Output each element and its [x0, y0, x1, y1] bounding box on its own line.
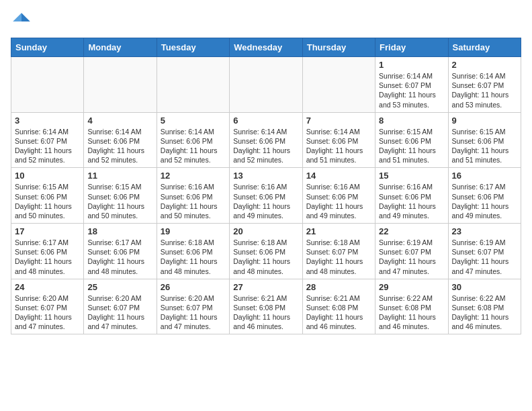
day-info: Sunrise: 6:19 AM Sunset: 6:07 PM Dayligh… [452, 238, 517, 276]
weekday-header-monday: Monday [84, 38, 157, 57]
day-info: Sunrise: 6:18 AM Sunset: 6:06 PM Dayligh… [233, 238, 298, 276]
day-info: Sunrise: 6:22 AM Sunset: 6:08 PM Dayligh… [452, 293, 517, 332]
calendar-cell: 23Sunrise: 6:19 AM Sunset: 6:07 PM Dayli… [448, 224, 521, 279]
day-number: 8 [379, 116, 444, 126]
day-number: 3 [15, 116, 80, 126]
day-info: Sunrise: 6:22 AM Sunset: 6:08 PM Dayligh… [379, 293, 444, 332]
calendar-cell: 27Sunrise: 6:21 AM Sunset: 6:08 PM Dayli… [230, 279, 302, 334]
day-number: 22 [379, 226, 444, 236]
day-info: Sunrise: 6:14 AM Sunset: 6:06 PM Dayligh… [161, 127, 226, 165]
calendar-cell: 8Sunrise: 6:15 AM Sunset: 6:06 PM Daylig… [375, 112, 448, 168]
calendar-cell: 21Sunrise: 6:18 AM Sunset: 6:07 PM Dayli… [302, 224, 375, 279]
weekday-header-wednesday: Wednesday [230, 38, 302, 57]
calendar-cell: 10Sunrise: 6:15 AM Sunset: 6:06 PM Dayli… [11, 168, 84, 224]
calendar-header-row: SundayMondayTuesdayWednesdayThursdayFrid… [11, 38, 521, 57]
day-info: Sunrise: 6:15 AM Sunset: 6:06 PM Dayligh… [452, 127, 517, 165]
day-info: Sunrise: 6:15 AM Sunset: 6:06 PM Dayligh… [87, 182, 152, 220]
day-info: Sunrise: 6:15 AM Sunset: 6:06 PM Dayligh… [15, 182, 80, 220]
day-info: Sunrise: 6:14 AM Sunset: 6:07 PM Dayligh… [15, 127, 80, 165]
calendar-cell: 18Sunrise: 6:17 AM Sunset: 6:06 PM Dayli… [84, 224, 157, 279]
day-number: 17 [15, 226, 80, 236]
calendar-cell: 28Sunrise: 6:21 AM Sunset: 6:08 PM Dayli… [302, 279, 375, 334]
calendar-cell: 14Sunrise: 6:16 AM Sunset: 6:06 PM Dayli… [302, 168, 375, 224]
day-info: Sunrise: 6:14 AM Sunset: 6:06 PM Dayligh… [87, 127, 152, 165]
day-info: Sunrise: 6:18 AM Sunset: 6:06 PM Dayligh… [161, 238, 226, 276]
calendar-table: SundayMondayTuesdayWednesdayThursdayFrid… [11, 38, 521, 334]
calendar-cell: 13Sunrise: 6:16 AM Sunset: 6:06 PM Dayli… [230, 168, 302, 224]
calendar-cell [11, 57, 84, 113]
day-number: 12 [161, 171, 226, 181]
day-number: 24 [15, 282, 80, 292]
calendar-cell: 12Sunrise: 6:16 AM Sunset: 6:06 PM Dayli… [157, 168, 229, 224]
day-number: 30 [452, 282, 517, 292]
weekday-header-sunday: Sunday [11, 38, 84, 57]
calendar-week-row: 1Sunrise: 6:14 AM Sunset: 6:07 PM Daylig… [11, 57, 521, 113]
day-info: Sunrise: 6:21 AM Sunset: 6:08 PM Dayligh… [233, 293, 298, 332]
calendar-cell: 25Sunrise: 6:20 AM Sunset: 6:07 PM Dayli… [84, 279, 157, 334]
day-info: Sunrise: 6:21 AM Sunset: 6:08 PM Dayligh… [306, 293, 371, 332]
day-number: 4 [87, 116, 152, 126]
day-info: Sunrise: 6:20 AM Sunset: 6:07 PM Dayligh… [87, 293, 152, 332]
day-number: 26 [161, 282, 226, 292]
day-number: 14 [306, 171, 371, 181]
day-number: 5 [161, 116, 226, 126]
day-info: Sunrise: 6:14 AM Sunset: 6:06 PM Dayligh… [233, 127, 298, 165]
calendar-cell: 3Sunrise: 6:14 AM Sunset: 6:07 PM Daylig… [11, 112, 84, 168]
day-number: 9 [452, 116, 517, 126]
day-number: 28 [306, 282, 371, 292]
logo [11, 11, 35, 32]
calendar-cell: 4Sunrise: 6:14 AM Sunset: 6:06 PM Daylig… [84, 112, 157, 168]
calendar-cell: 1Sunrise: 6:14 AM Sunset: 6:07 PM Daylig… [375, 57, 448, 113]
day-info: Sunrise: 6:17 AM Sunset: 6:06 PM Dayligh… [452, 182, 517, 220]
day-info: Sunrise: 6:16 AM Sunset: 6:06 PM Dayligh… [161, 182, 226, 220]
calendar-cell [84, 57, 157, 113]
calendar-cell: 22Sunrise: 6:19 AM Sunset: 6:07 PM Dayli… [375, 224, 448, 279]
day-number: 29 [379, 282, 444, 292]
calendar-cell: 24Sunrise: 6:20 AM Sunset: 6:07 PM Dayli… [11, 279, 84, 334]
calendar-cell: 5Sunrise: 6:14 AM Sunset: 6:06 PM Daylig… [157, 112, 229, 168]
day-number: 16 [452, 171, 517, 181]
svg-marker-1 [13, 13, 21, 21]
day-number: 7 [306, 116, 371, 126]
day-number: 18 [87, 226, 152, 236]
day-number: 13 [233, 171, 298, 181]
calendar-cell: 29Sunrise: 6:22 AM Sunset: 6:08 PM Dayli… [375, 279, 448, 334]
calendar-cell: 11Sunrise: 6:15 AM Sunset: 6:06 PM Dayli… [84, 168, 157, 224]
calendar-cell: 17Sunrise: 6:17 AM Sunset: 6:06 PM Dayli… [11, 224, 84, 279]
day-number: 6 [233, 116, 298, 126]
calendar-cell: 15Sunrise: 6:16 AM Sunset: 6:06 PM Dayli… [375, 168, 448, 224]
day-info: Sunrise: 6:16 AM Sunset: 6:06 PM Dayligh… [306, 182, 371, 220]
calendar-cell: 20Sunrise: 6:18 AM Sunset: 6:06 PM Dayli… [230, 224, 302, 279]
weekday-header-thursday: Thursday [302, 38, 375, 57]
day-number: 19 [161, 226, 226, 236]
day-info: Sunrise: 6:16 AM Sunset: 6:06 PM Dayligh… [379, 182, 444, 220]
calendar-week-row: 17Sunrise: 6:17 AM Sunset: 6:06 PM Dayli… [11, 224, 521, 279]
day-info: Sunrise: 6:19 AM Sunset: 6:07 PM Dayligh… [379, 238, 444, 276]
day-info: Sunrise: 6:14 AM Sunset: 6:07 PM Dayligh… [379, 71, 444, 109]
day-info: Sunrise: 6:15 AM Sunset: 6:06 PM Dayligh… [379, 127, 444, 165]
calendar-cell: 26Sunrise: 6:20 AM Sunset: 6:07 PM Dayli… [157, 279, 229, 334]
calendar-cell: 19Sunrise: 6:18 AM Sunset: 6:06 PM Dayli… [157, 224, 229, 279]
day-info: Sunrise: 6:20 AM Sunset: 6:07 PM Dayligh… [161, 293, 226, 332]
day-number: 10 [15, 171, 80, 181]
day-number: 25 [87, 282, 152, 292]
day-info: Sunrise: 6:17 AM Sunset: 6:06 PM Dayligh… [87, 238, 152, 276]
calendar-cell [157, 57, 229, 113]
weekday-header-tuesday: Tuesday [157, 38, 229, 57]
calendar-week-row: 3Sunrise: 6:14 AM Sunset: 6:07 PM Daylig… [11, 112, 521, 168]
day-number: 2 [452, 60, 517, 70]
page-header [11, 11, 521, 32]
svg-marker-0 [21, 13, 30, 21]
calendar-cell: 7Sunrise: 6:14 AM Sunset: 6:06 PM Daylig… [302, 112, 375, 168]
calendar-cell: 9Sunrise: 6:15 AM Sunset: 6:06 PM Daylig… [448, 112, 521, 168]
calendar-cell [302, 57, 375, 113]
logo-icon [11, 11, 32, 32]
calendar-week-row: 24Sunrise: 6:20 AM Sunset: 6:07 PM Dayli… [11, 279, 521, 334]
weekday-header-saturday: Saturday [448, 38, 521, 57]
day-number: 23 [452, 226, 517, 236]
day-number: 21 [306, 226, 371, 236]
calendar-cell: 6Sunrise: 6:14 AM Sunset: 6:06 PM Daylig… [230, 112, 302, 168]
calendar-cell: 30Sunrise: 6:22 AM Sunset: 6:08 PM Dayli… [448, 279, 521, 334]
calendar-week-row: 10Sunrise: 6:15 AM Sunset: 6:06 PM Dayli… [11, 168, 521, 224]
day-number: 11 [87, 171, 152, 181]
